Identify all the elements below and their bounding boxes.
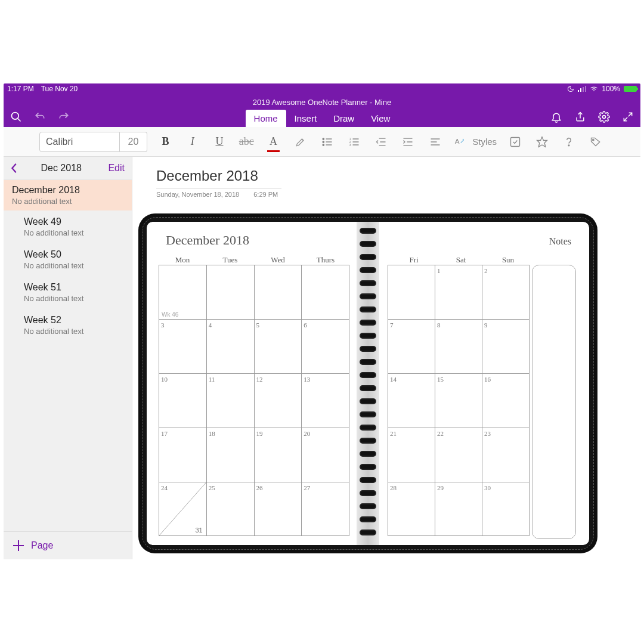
calendar-cell: 17 (159, 428, 206, 482)
planner-image[interactable]: December 2018 Wk 46345610111213171819202… (138, 213, 597, 553)
bullet-list-button[interactable] (318, 133, 336, 151)
tab-home[interactable]: Home (246, 110, 286, 127)
dnd-icon (567, 85, 574, 92)
indent-button[interactable] (400, 133, 417, 151)
calendar-cell: 25 (206, 482, 254, 536)
calendar-cell: 19 (254, 428, 302, 482)
svg-line-5 (18, 119, 21, 122)
back-icon[interactable] (11, 163, 18, 174)
underline-button[interactable]: U (210, 133, 228, 151)
calendar-cell: 30 (482, 482, 530, 536)
svg-rect-29 (510, 137, 519, 146)
calendar-cell: 22 (435, 428, 482, 482)
fullscreen-icon[interactable] (621, 110, 634, 123)
week-label: Wk 46 (162, 311, 178, 318)
sidebar-item[interactable]: Week 49No additional text (4, 210, 132, 243)
sidebar-item[interactable]: December 2018No additional text (4, 180, 132, 210)
calendar-cell: 5 (254, 319, 302, 373)
sidebar-item-subtext: No additional text (24, 228, 123, 237)
page-sidebar: Dec 2018 Edit December 2018No additional… (4, 157, 132, 559)
calendar-cell: 15 (435, 373, 482, 428)
todo-button[interactable] (506, 133, 524, 151)
calendar-cell: 13 (301, 373, 349, 428)
battery-text: 100% (602, 85, 620, 93)
calendar-cell: 4 (206, 319, 254, 373)
sidebar-item-label: Week 52 (24, 315, 123, 326)
page-title[interactable]: December 2018 (156, 168, 634, 184)
calendar-cell: 26 (254, 482, 302, 536)
svg-point-6 (603, 116, 606, 119)
overflow-day: 31 (196, 527, 203, 534)
star-button[interactable] (533, 133, 550, 151)
calendar-cell: 2 (482, 265, 530, 319)
page-canvas[interactable]: December 2018 Sunday, November 18, 2018 … (132, 157, 640, 559)
calendar-cell: 3 (159, 319, 206, 373)
bell-icon[interactable] (550, 110, 563, 123)
redo-icon[interactable] (57, 110, 70, 123)
svg-rect-1 (580, 88, 581, 92)
svg-point-7 (323, 138, 324, 140)
share-icon[interactable] (574, 110, 587, 123)
tag-button[interactable] (587, 133, 605, 151)
svg-rect-2 (583, 87, 584, 92)
svg-point-9 (323, 144, 324, 145)
tab-view[interactable]: View (363, 110, 398, 127)
add-page-label: Page (31, 540, 53, 551)
day-header: Tues (218, 255, 242, 265)
add-page-button[interactable]: Page (4, 531, 132, 559)
calendar-cell (301, 265, 349, 319)
bold-button[interactable]: B (157, 133, 174, 151)
calendar-cell (206, 265, 254, 319)
styles-button[interactable]: A (453, 133, 466, 151)
edit-button[interactable]: Edit (108, 163, 125, 174)
svg-point-8 (323, 141, 324, 143)
sidebar-item-subtext: No additional text (24, 294, 123, 303)
sidebar-item[interactable]: Week 51No additional text (4, 276, 132, 309)
sidebar-item-label: Week 51 (24, 282, 123, 293)
number-list-button[interactable]: 123 (345, 133, 363, 151)
calendar-cell: 12 (254, 373, 302, 428)
svg-point-31 (568, 145, 569, 146)
sidebar-item[interactable]: Week 50No additional text (4, 243, 132, 276)
styles-label[interactable]: Styles (472, 137, 497, 147)
calendar-cell: 2431 (159, 482, 206, 536)
strikethrough-button[interactable]: abc (238, 133, 255, 151)
sidebar-item[interactable]: Week 52No additional text (4, 309, 132, 342)
font-size-input[interactable]: 20 (120, 132, 147, 152)
undo-icon[interactable] (33, 110, 47, 123)
status-time: 1:17 PM (7, 85, 34, 93)
search-icon[interactable] (10, 110, 23, 123)
outdent-button[interactable] (373, 133, 390, 151)
status-bar: 1:17 PM Tue Nov 20 100% (4, 83, 640, 94)
svg-text:A: A (455, 137, 460, 145)
sidebar-item-label: Week 49 (24, 216, 123, 227)
calendar-cell: 18 (206, 428, 254, 482)
italic-button[interactable]: I (184, 133, 201, 151)
font-color-button[interactable]: A (265, 133, 282, 151)
font-name-input[interactable]: Calibri (39, 132, 120, 152)
sidebar-item-label: Week 50 (24, 249, 123, 260)
calendar-cell: 23 (482, 428, 530, 482)
settings-icon[interactable] (597, 110, 611, 123)
calendar-cell: 14 (388, 373, 435, 428)
day-header: Wed (266, 255, 290, 265)
highlight-button[interactable] (292, 133, 309, 151)
svg-marker-30 (537, 137, 547, 147)
notes-label: Notes (549, 236, 571, 247)
document-title: 2019 Awesome OneNote Planner - Mine (4, 94, 640, 107)
svg-rect-0 (578, 90, 579, 92)
align-button[interactable] (426, 133, 444, 151)
page-date: Sunday, November 18, 2018 (156, 191, 239, 198)
calendar-cell: 1 (435, 265, 482, 319)
svg-point-4 (12, 113, 19, 120)
calendar-cell: 21 (388, 428, 435, 482)
calendar-cell (254, 265, 302, 319)
status-date: Tue Nov 20 (41, 85, 78, 93)
spiral-binding (357, 222, 379, 545)
question-button[interactable] (561, 133, 578, 151)
tab-insert[interactable]: Insert (286, 110, 326, 127)
page-time: 6:29 PM (253, 191, 278, 198)
tab-draw[interactable]: Draw (325, 110, 363, 127)
day-header: Fri (402, 255, 426, 265)
format-toolbar: Calibri 20 B I U abc A 123 A Styles (4, 127, 640, 157)
